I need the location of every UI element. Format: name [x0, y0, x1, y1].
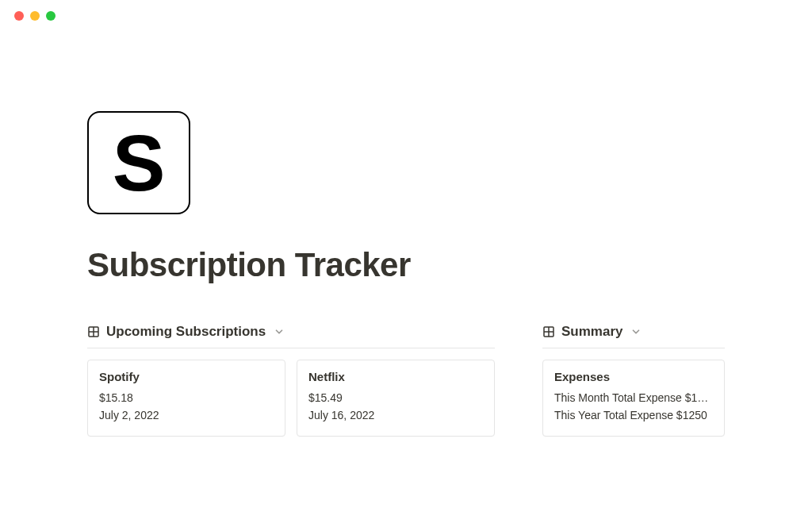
upcoming-column: Upcoming Subscriptions Spotify $15.18 Ju… [87, 324, 495, 437]
summary-section-title: Summary [561, 324, 622, 340]
chevron-down-icon[interactable] [630, 326, 642, 337]
subscription-card[interactable]: Spotify $15.18 July 2, 2022 [87, 360, 285, 437]
window-controls [0, 0, 812, 32]
card-title: Netflix [308, 370, 483, 383]
page-title[interactable]: Subscription Tracker [87, 246, 725, 284]
summary-column: Summary Expenses This Month Total Expens… [542, 324, 725, 437]
card-title: Spotify [99, 370, 274, 383]
expense-year-line: This Year Total Expense $1250 [554, 409, 713, 421]
subscription-card[interactable]: Netflix $15.49 July 16, 2022 [297, 360, 495, 437]
table-icon [87, 325, 100, 338]
expense-month-line: This Month Total Expense $122.... [554, 391, 713, 404]
upcoming-section-title: Upcoming Subscriptions [106, 324, 266, 340]
card-date: July 16, 2022 [308, 409, 483, 421]
content-columns: Upcoming Subscriptions Spotify $15.18 Ju… [87, 324, 725, 437]
upcoming-section-header[interactable]: Upcoming Subscriptions [87, 324, 495, 348]
expenses-card[interactable]: Expenses This Month Total Expense $122..… [542, 360, 725, 437]
minimize-window-button[interactable] [30, 11, 40, 21]
chevron-down-icon[interactable] [274, 326, 285, 337]
page-icon-letter: S [113, 123, 166, 202]
page-content: S Subscription Tracker Upcoming Subscrip… [0, 32, 812, 437]
summary-section-header[interactable]: Summary [542, 324, 725, 348]
card-date: July 2, 2022 [99, 409, 274, 421]
table-icon [542, 325, 555, 338]
card-title: Expenses [554, 370, 713, 383]
card-price: $15.18 [99, 391, 274, 404]
maximize-window-button[interactable] [46, 11, 56, 21]
page-icon[interactable]: S [87, 111, 190, 214]
upcoming-cards-row: Spotify $15.18 July 2, 2022 Netflix $15.… [87, 360, 495, 437]
close-window-button[interactable] [14, 11, 24, 21]
card-price: $15.49 [308, 391, 483, 404]
